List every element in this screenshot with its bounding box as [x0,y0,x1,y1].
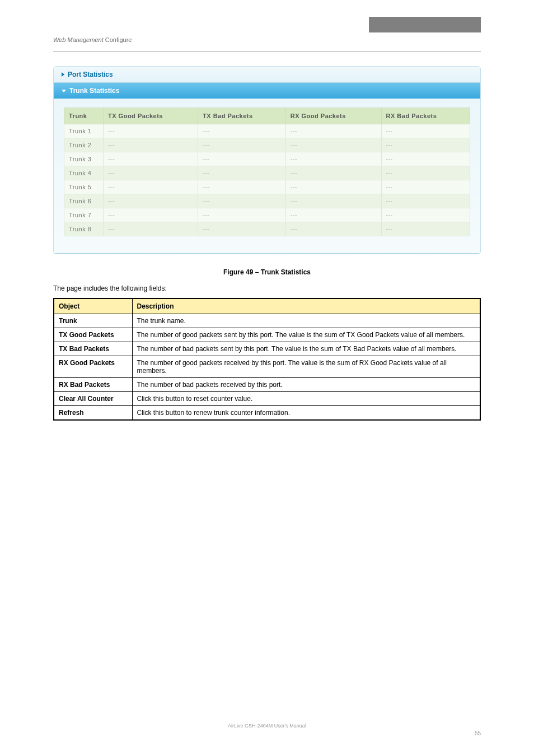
table-row: Trunk 1------------ [64,124,470,138]
col-header-description: Description [132,298,480,314]
footer-page-number: 55 [53,730,481,736]
col-header-object: Object [54,298,132,314]
table-cell: Trunk 4 [64,166,104,180]
table-row: TX Bad PacketsThe number of bad packets … [54,342,480,356]
table-cell: --- [104,208,198,222]
table-cell: --- [104,180,198,194]
table-row: Trunk 4------------ [64,166,470,180]
table-cell: --- [381,124,470,138]
object-label: RX Bad Packets [54,378,132,392]
table-cell: --- [381,166,470,180]
object-label: Refresh [54,406,132,421]
table-cell: --- [285,152,381,166]
table-cell: --- [104,222,198,236]
table-row: RX Bad PacketsThe number of bad packets … [54,378,480,392]
table-cell: --- [198,180,286,194]
trunk-statistics-label: Trunk Statistics [69,87,119,95]
table-cell: Trunk 3 [64,152,104,166]
page-breadcrumb: Web Management Configure [53,17,132,43]
table-cell: --- [381,180,470,194]
table-row: Trunk 3------------ [64,152,470,166]
chevron-right-icon [62,72,64,77]
object-label: Trunk [54,314,132,328]
page-footer: AirLive GSH-2404M User's Manual 55 [0,723,534,753]
object-label: TX Bad Packets [54,342,132,356]
table-cell: Trunk 2 [64,138,104,152]
intro-text: The page includes the following fields: [53,284,481,292]
object-description-table: Object Description TrunkThe trunk name.T… [53,298,481,421]
table-cell: --- [381,138,470,152]
table-cell: --- [198,166,286,180]
table-row: TrunkThe trunk name. [54,314,480,328]
table-row: Trunk 7------------ [64,208,470,222]
table-cell: --- [381,208,470,222]
table-cell: --- [198,152,286,166]
table-cell: --- [285,180,381,194]
table-cell: Trunk 6 [64,194,104,208]
col-header-rx-bad: RX Bad Packets [381,108,470,124]
table-cell: --- [198,208,286,222]
table-cell: --- [198,222,286,236]
table-row: Trunk 5------------ [64,180,470,194]
footer-text: AirLive GSH-2404M User's Manual [53,723,481,729]
table-cell: --- [104,138,198,152]
table-cell: --- [285,194,381,208]
object-description: The number of good packets sent by this … [132,328,480,342]
object-description: Click this button to renew trunk counter… [132,406,480,421]
table-row: Trunk 8------------ [64,222,470,236]
statistics-panel: Port Statistics Trunk Statistics Trunk T… [53,66,481,254]
table-cell: --- [285,222,381,236]
object-label: Clear All Counter [54,392,132,406]
table-cell: Trunk 5 [64,180,104,194]
trunk-statistics-header[interactable]: Trunk Statistics [54,83,480,99]
table-cell: --- [104,194,198,208]
logo-placeholder [369,17,481,32]
table-cell: --- [104,124,198,138]
table-row: RefreshClick this button to renew trunk … [54,406,480,421]
table-row: Trunk 6------------ [64,194,470,208]
col-header-tx-good: TX Good Packets [104,108,198,124]
table-cell: --- [381,152,470,166]
col-header-rx-good: RX Good Packets [285,108,381,124]
port-statistics-header[interactable]: Port Statistics [54,67,480,82]
table-row: Trunk 2------------ [64,138,470,152]
object-description: The number of bad packets sent by this p… [132,342,480,356]
col-header-trunk: Trunk [64,108,104,124]
table-cell: --- [198,194,286,208]
col-header-tx-bad: TX Bad Packets [198,108,286,124]
table-cell: --- [381,194,470,208]
table-cell: --- [104,166,198,180]
table-cell: --- [198,124,286,138]
table-cell: Trunk 7 [64,208,104,222]
port-statistics-label: Port Statistics [68,71,113,78]
table-row: Clear All CounterClick this button to re… [54,392,480,406]
table-cell: --- [104,152,198,166]
object-description: The number of bad packets received by th… [132,378,480,392]
chapter-prefix: Web Management [53,36,104,43]
chapter-title: Configure [105,36,132,43]
header-divider [53,52,481,52]
chevron-down-icon [62,90,66,92]
table-row: TX Good PacketsThe number of good packet… [54,328,480,342]
table-row: RX Good PacketsThe number of good packet… [54,356,480,378]
table-cell: --- [198,138,286,152]
table-cell: Trunk 1 [64,124,104,138]
table-cell: --- [381,222,470,236]
table-cell: --- [285,124,381,138]
figure-caption: Figure 49 – Trunk Statistics [0,268,534,276]
object-description: The number of good packets received by t… [132,356,480,378]
object-label: TX Good Packets [54,328,132,342]
object-description: Click this button to reset counter value… [132,392,480,406]
object-description: The trunk name. [132,314,480,328]
object-label: RX Good Packets [54,356,132,378]
table-cell: --- [285,166,381,180]
table-cell: --- [285,138,381,152]
table-cell: --- [285,208,381,222]
table-cell: Trunk 8 [64,222,104,236]
trunk-statistics-table: Trunk TX Good Packets TX Bad Packets RX … [64,108,470,236]
